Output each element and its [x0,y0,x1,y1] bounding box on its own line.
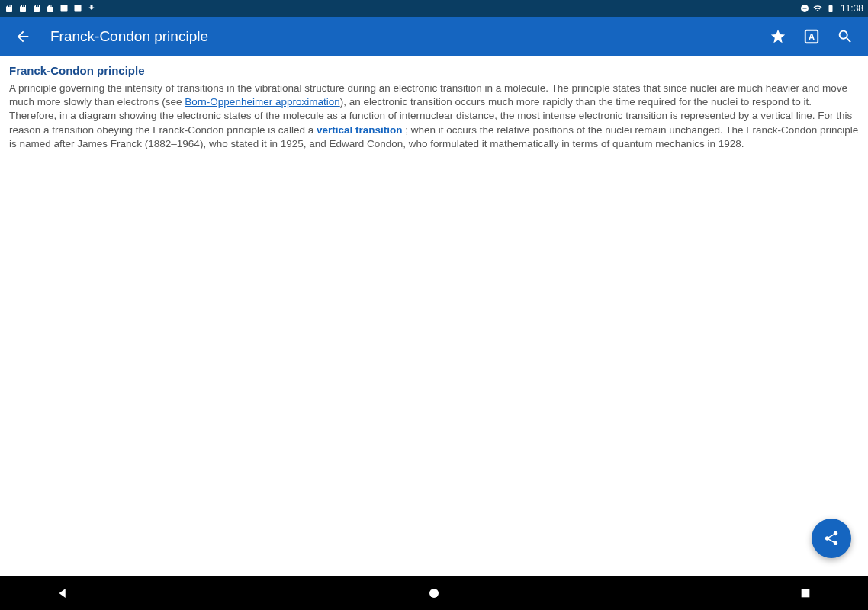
app-bar: Franck-Condon principle A [0,17,868,56]
sd-card-icon [5,4,14,13]
entry-title: Franck-Condon principle [9,64,859,77]
navigation-bar [0,576,868,610]
triangle-back-icon [56,586,69,600]
font-icon: A [803,28,820,45]
app-icon [73,4,82,13]
nav-home-button[interactable] [425,584,443,602]
app-icon [59,4,69,13]
back-button[interactable] [9,23,37,50]
arrow-back-icon [14,28,31,45]
favorite-button[interactable] [767,26,789,47]
status-right: 11:38 [800,3,863,14]
svg-text:A: A [809,32,815,43]
app-bar-title: Franck-Condon principle [50,28,767,45]
status-bar: 11:38 [0,0,868,17]
article-content: Franck-Condon principle A principle gove… [0,56,868,576]
sd-card-icon [18,4,27,13]
download-icon [87,4,96,13]
sd-card-icon [46,4,55,13]
search-icon [837,28,854,45]
svg-rect-3 [802,8,806,9]
circle-home-icon [427,586,441,600]
search-button[interactable] [834,26,856,47]
status-left [5,4,96,13]
nav-back-button[interactable] [53,584,72,602]
sd-card-icon [32,4,41,13]
share-icon [823,530,840,547]
battery-icon [826,4,835,13]
svg-rect-7 [802,589,810,598]
share-fab[interactable] [812,518,851,558]
status-time: 11:38 [841,3,863,14]
svg-rect-1 [75,5,82,12]
square-recent-icon [799,587,812,599]
link-born-oppenheimer[interactable]: Born-Oppenheimer approximation [185,96,339,108]
link-vertical-transition[interactable]: vertical transition [317,124,403,136]
app-bar-actions: A [767,26,856,47]
font-button[interactable]: A [801,26,822,47]
nav-recent-button[interactable] [796,584,815,602]
dnd-icon [800,4,809,13]
star-icon [770,28,786,45]
wifi-icon [813,4,822,13]
entry-body: A principle governing the intensity of t… [9,82,859,151]
svg-point-6 [429,589,439,598]
svg-rect-0 [61,5,68,12]
